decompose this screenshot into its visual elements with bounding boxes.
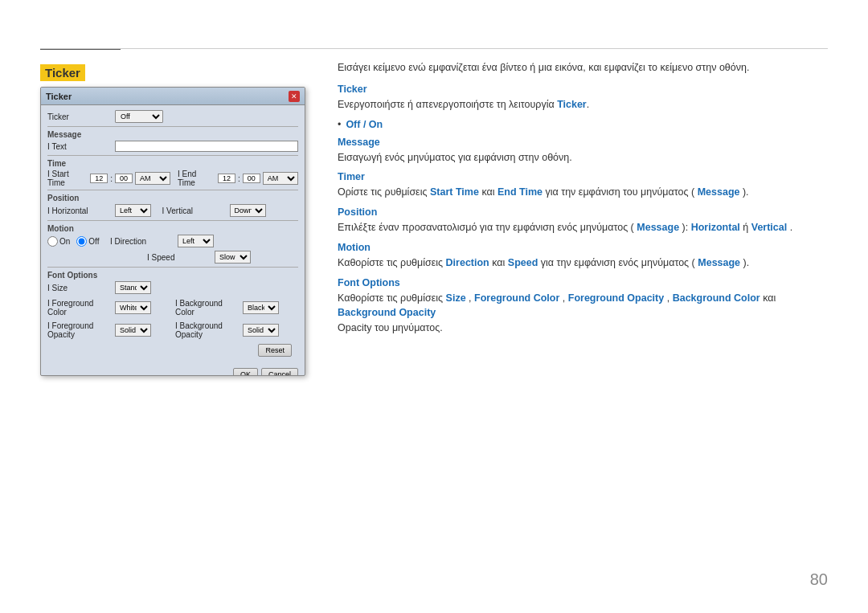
fg-opacity-select[interactable]: Solid xyxy=(115,324,151,337)
font-bg-color-link: Background Color xyxy=(673,292,760,304)
motion-radio-group: On Off xyxy=(47,236,100,247)
sep2 xyxy=(47,155,298,156)
start-time-h[interactable] xyxy=(90,174,108,183)
end-time-period[interactable]: AMPM xyxy=(263,172,298,185)
time-row: I Start Time : AMPM I End Time : AMPM xyxy=(47,170,298,187)
ticker-select[interactable]: Off On xyxy=(115,110,163,123)
cancel-button[interactable]: Cancel xyxy=(261,368,298,376)
motion-post: ). xyxy=(743,257,750,268)
sep4 xyxy=(47,220,298,221)
motion-section-heading: Motion xyxy=(338,242,828,253)
motion-off-item[interactable]: Off xyxy=(76,236,99,247)
size-select[interactable]: StandardSmallLarge xyxy=(115,281,151,294)
end-time-m[interactable] xyxy=(243,174,260,183)
off-on-label: Off / On xyxy=(346,119,383,130)
motion-mid: για την εμφάνιση ενός μηνύματος ( xyxy=(541,257,695,268)
motion-on-item[interactable]: On xyxy=(47,236,70,247)
ticker-desc: Ενεργοποιήστε ή απενεργοποιήστε τη λειτο… xyxy=(338,99,555,110)
ticker-section-text: Ενεργοποιήστε ή απενεργοποιήστε τη λειτο… xyxy=(338,97,828,112)
ticker-section-heading: Ticker xyxy=(338,84,828,95)
fg-color-select[interactable]: WhiteBlack xyxy=(115,301,151,314)
font-pre: Καθορίστε τις ρυθμίσεις xyxy=(338,292,443,304)
bg-opacity-label: I Background Opacity xyxy=(175,321,240,339)
font-fg-opacity-link: Foreground Opacity xyxy=(568,292,664,304)
fg-color-label: I Foreground Color xyxy=(47,299,112,317)
bg-color-select[interactable]: BlackWhite xyxy=(243,301,279,314)
start-time-label: I Start Time xyxy=(47,170,88,187)
sep3 xyxy=(47,190,298,190)
intro-paragraph: Εισάγει κείμενο ενώ εμφανίζεται ένα βίντ… xyxy=(338,60,828,76)
font-mid: του μηνύματος. xyxy=(375,322,443,333)
motion-off-radio[interactable] xyxy=(76,236,87,247)
timer-section-text: Ορίστε τις ρυθμίσεις Start Time και End … xyxy=(338,185,828,200)
dialog-body: Ticker Off On Message I Text Time I Star… xyxy=(41,105,305,362)
fg-opacity-row: I Foreground Opacity Solid xyxy=(47,321,170,339)
motion-on-label: On xyxy=(59,237,70,246)
bg-color-label: I Background Color xyxy=(175,299,240,317)
pos-post: . xyxy=(790,222,792,233)
pos-pre: Επιλέξτε έναν προσανατολισμό για την εμφ… xyxy=(338,222,634,233)
ticker-row: Ticker Off On xyxy=(47,110,298,123)
timer-message-link: Message xyxy=(698,186,740,198)
ticker-field-label: Ticker xyxy=(47,112,112,121)
font-options-section-heading: Font Options xyxy=(338,277,828,288)
reset-button[interactable]: Reset xyxy=(258,344,292,357)
vertical-label: I Vertical xyxy=(162,206,227,215)
speed-row: I Speed SlowNormalFast xyxy=(47,251,298,264)
timer-mid: για την εμφάνιση του μηνύματος ( xyxy=(545,186,694,198)
end-time-h[interactable] xyxy=(218,174,235,183)
pos-message-link: Message xyxy=(637,222,679,233)
motion-section-text: Καθορίστε τις ρυθμίσεις Direction και Sp… xyxy=(338,255,828,271)
ok-button[interactable]: OK xyxy=(233,368,258,376)
font-comma2: , xyxy=(563,292,565,304)
direction-label: I Direction xyxy=(110,237,174,246)
start-time-m[interactable] xyxy=(115,174,133,183)
bg-color-row: I Background Color BlackWhite xyxy=(175,299,298,317)
dialog-close-button[interactable]: ✕ xyxy=(289,91,300,102)
ticker-dialog: Ticker ✕ Ticker Off On Message I Text xyxy=(40,87,305,376)
timer-start-link: Start Time xyxy=(430,186,479,198)
pos-horizontal-link: Horizontal xyxy=(691,222,740,233)
font-kai: και xyxy=(763,292,776,304)
horizontal-label: I Horizontal xyxy=(47,206,112,215)
ticker-desc-link: Ticker xyxy=(557,99,587,110)
timer-kai: και xyxy=(481,186,494,198)
position-row: I Horizontal LeftRight I Vertical DownUp xyxy=(47,204,298,217)
timer-post: ). xyxy=(743,186,749,198)
font-options-text: Καθορίστε τις ρυθμίσεις Size , Foregroun… xyxy=(338,291,828,336)
fg-color-row: I Foreground Color WhiteBlack xyxy=(47,299,170,317)
font-comma1: , xyxy=(469,292,471,304)
position-section-text: Επιλέξτε έναν προσανατολισμό για την εμφ… xyxy=(338,220,828,235)
message-text-input[interactable] xyxy=(115,141,298,152)
horizontal-select[interactable]: LeftRight xyxy=(115,204,151,217)
end-time-label: I End Time xyxy=(178,170,215,187)
motion-on-radio[interactable] xyxy=(47,236,58,247)
sep-dot2: : xyxy=(238,174,240,183)
motion-section-label: Motion xyxy=(47,224,298,233)
bullet-dot: • xyxy=(338,119,341,130)
start-time-period[interactable]: AMPM xyxy=(135,172,170,185)
direction-select[interactable]: LeftRight xyxy=(178,235,214,247)
speed-select[interactable]: SlowNormalFast xyxy=(215,251,251,264)
font-opacity-label: Opacity xyxy=(338,322,371,333)
font-comma3: , xyxy=(667,292,669,304)
bg-opacity-select[interactable]: Solid xyxy=(243,324,279,337)
dialog-action-buttons: OK Cancel xyxy=(41,365,305,376)
dialog-title: Ticker xyxy=(46,92,72,101)
font-bg-opacity-link: Background Opacity xyxy=(338,307,436,318)
font-options-section-label: Font Options xyxy=(47,271,298,280)
message-text-label: I Text xyxy=(47,142,112,151)
message-section-label: Message xyxy=(47,130,298,139)
timer-end-link: End Time xyxy=(497,186,542,198)
off-on-bullet: • Off / On xyxy=(338,119,828,130)
motion-direction-link: Direction xyxy=(446,257,489,268)
dialog-titlebar: Ticker ✕ xyxy=(41,88,305,105)
top-line xyxy=(40,48,828,49)
vertical-select[interactable]: DownUp xyxy=(230,204,266,217)
sep-dot1: : xyxy=(110,174,113,183)
pos-vertical-link: Vertical xyxy=(751,222,787,233)
dialog-screenshot: Ticker ✕ Ticker Off On Message I Text xyxy=(40,87,305,376)
time-section-label: Time xyxy=(47,159,298,168)
message-section-text: Εισαγωγή ενός μηνύματος για εμφάνιση στη… xyxy=(338,150,828,166)
fg-opacity-label: I Foreground Opacity xyxy=(47,321,112,339)
